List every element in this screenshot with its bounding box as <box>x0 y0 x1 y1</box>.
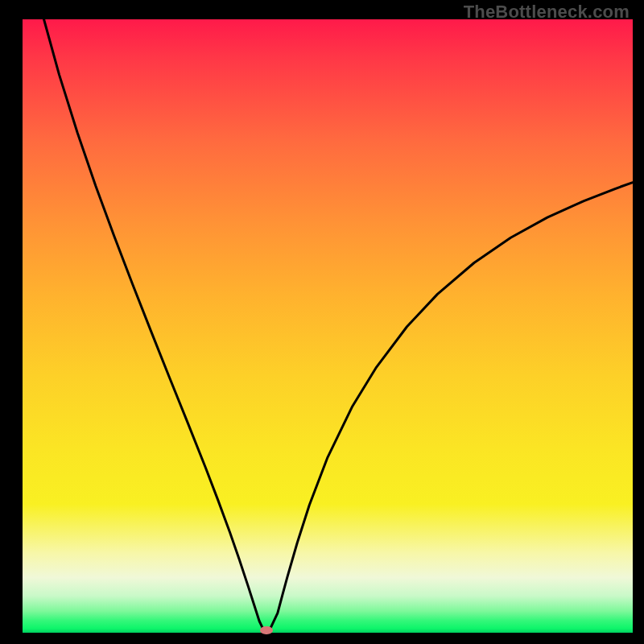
bottleneck-curve <box>0 0 644 644</box>
watermark-text: TheBottleneck.com <box>464 2 630 23</box>
chart-container: TheBottleneck.com <box>0 0 644 644</box>
